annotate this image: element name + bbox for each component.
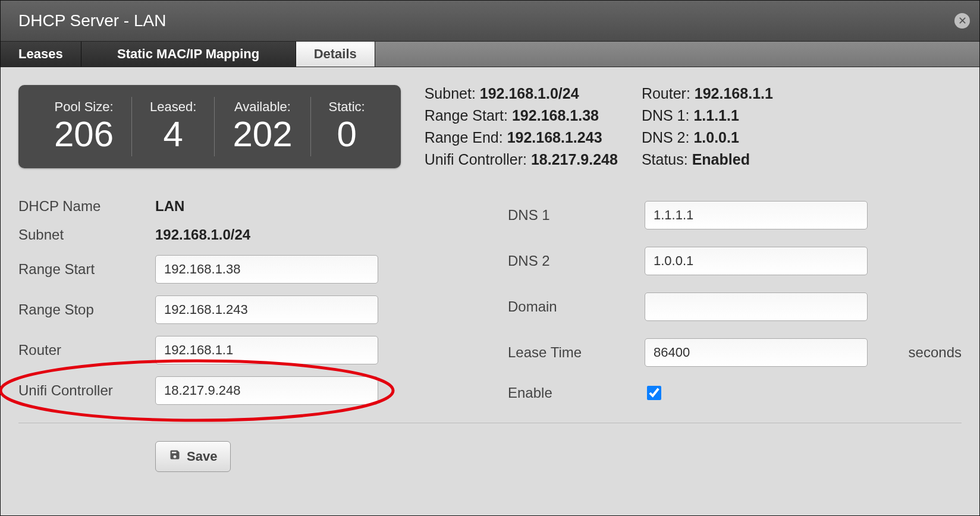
dhcp-name-label: DHCP Name (18, 198, 143, 215)
summary-status-value: Enabled (692, 151, 750, 168)
summary-rangeend-label: Range End: (425, 129, 503, 146)
stat-poolsize-label: Pool Size: (54, 99, 114, 115)
summary-subnet-value: 192.168.1.0/24 (480, 85, 579, 102)
router-label: Router (18, 342, 143, 358)
dhcp-name-value: LAN (155, 198, 472, 215)
summary-col-right: Router: 192.168.1.1 DNS 1: 1.1.1.1 DNS 2… (642, 85, 773, 168)
titlebar: DHCP Server - LAN ✕ (1, 1, 979, 42)
stat-available: Available: 202 (214, 97, 310, 156)
stat-poolsize-value: 206 (54, 115, 114, 154)
summary-dns2-value: 1.0.0.1 (693, 129, 739, 146)
summary-row: Pool Size: 206 Leased: 4 Available: 202 … (18, 85, 962, 168)
dns2-label: DNS 2 (508, 253, 633, 269)
window-title: DHCP Server - LAN (18, 11, 166, 30)
summary-router-label: Router: (642, 85, 690, 102)
form-col-left: DHCP Name LAN Subnet 192.168.1.0/24 Rang… (18, 198, 472, 405)
domain-label: Domain (508, 298, 633, 315)
close-button[interactable]: ✕ (954, 13, 970, 29)
lease-time-suffix: seconds (903, 344, 962, 361)
stats-box: Pool Size: 206 Leased: 4 Available: 202 … (18, 85, 401, 168)
tab-details[interactable]: Details (296, 42, 375, 67)
tab-leases[interactable]: Leases (1, 42, 81, 67)
close-icon: ✕ (958, 14, 967, 27)
stat-static: Static: 0 (310, 97, 383, 156)
domain-input[interactable] (645, 292, 868, 321)
lease-time-label: Lease Time (508, 344, 633, 361)
enable-label: Enable (508, 385, 633, 401)
summary-rangeend-value: 192.168.1.243 (507, 129, 602, 146)
summary-col-left: Subnet: 192.168.1.0/24 Range Start: 192.… (425, 85, 618, 168)
range-stop-label: Range Stop (18, 301, 143, 318)
save-icon (169, 449, 181, 464)
dns1-label: DNS 1 (508, 207, 633, 224)
summary-router-value: 192.168.1.1 (695, 85, 773, 102)
unifi-controller-input[interactable] (155, 376, 378, 405)
summary-unifi-label: Unifi Controller: (425, 151, 527, 168)
save-row: Save (18, 441, 962, 472)
stat-poolsize: Pool Size: 206 (36, 97, 131, 156)
enable-checkbox[interactable] (647, 386, 661, 400)
subnet-value: 192.168.1.0/24 (155, 226, 472, 243)
save-button[interactable]: Save (155, 441, 231, 472)
form-col-right: DNS 1 DNS 2 Domain Lease Time seconds En… (508, 198, 962, 405)
unifi-controller-label: Unifi Controller (18, 382, 143, 399)
lease-time-input[interactable] (645, 338, 868, 367)
stat-leased: Leased: 4 (131, 97, 214, 156)
dhcp-server-window: DHCP Server - LAN ✕ Leases Static MAC/IP… (0, 0, 980, 516)
stat-leased-value: 4 (150, 115, 196, 154)
content: Pool Size: 206 Leased: 4 Available: 202 … (1, 67, 979, 490)
stat-static-label: Static: (329, 99, 365, 115)
summary-dns1-label: DNS 1: (642, 107, 690, 124)
stat-leased-label: Leased: (150, 99, 196, 115)
save-button-label: Save (187, 449, 217, 464)
summary-dns1-value: 1.1.1.1 (693, 107, 739, 124)
tab-static-mapping[interactable]: Static MAC/IP Mapping (81, 42, 296, 67)
summary-dns2-label: DNS 2: (642, 129, 690, 146)
router-input[interactable] (155, 336, 378, 364)
summary-subnet-label: Subnet: (425, 85, 476, 102)
summary-rangestart-label: Range Start: (425, 107, 508, 124)
summary-status-label: Status: (642, 151, 688, 168)
range-start-input[interactable] (155, 255, 378, 284)
dns2-input[interactable] (645, 247, 868, 275)
stat-static-value: 0 (329, 115, 365, 154)
summary-unifi-value: 18.217.9.248 (531, 151, 618, 168)
stat-available-value: 202 (233, 115, 292, 154)
subnet-label: Subnet (18, 226, 143, 243)
form-area: DHCP Name LAN Subnet 192.168.1.0/24 Rang… (18, 198, 962, 423)
dns1-input[interactable] (645, 201, 868, 229)
range-stop-input[interactable] (155, 295, 378, 324)
stat-available-label: Available: (233, 99, 292, 115)
range-start-label: Range Start (18, 261, 143, 278)
summary-info: Subnet: 192.168.1.0/24 Range Start: 192.… (425, 85, 773, 168)
summary-rangestart-value: 192.168.1.38 (512, 107, 599, 124)
tabbar: Leases Static MAC/IP Mapping Details (1, 42, 979, 67)
